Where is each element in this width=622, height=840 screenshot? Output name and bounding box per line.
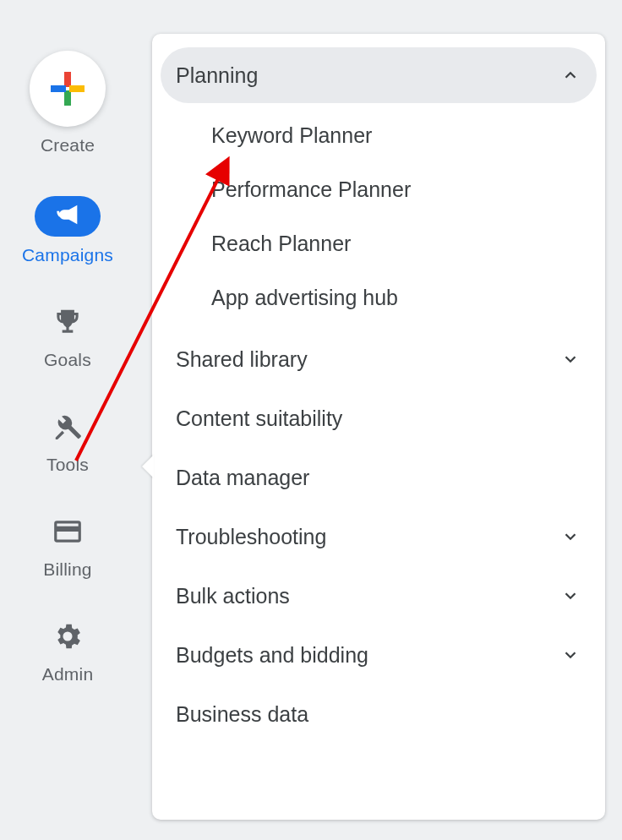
plus-icon [51, 72, 85, 106]
menu-item-label: Performance Planner [211, 177, 411, 202]
menu-group-planning[interactable]: Planning [161, 47, 597, 103]
sidebar-item-tools[interactable]: Tools [8, 411, 127, 475]
left-sidebar: Create Campaigns Goals Tools [0, 0, 135, 840]
menu-item-budgets-and-bidding[interactable]: Budgets and bidding [161, 625, 597, 685]
sidebar-item-admin[interactable]: Admin [8, 620, 127, 685]
sidebar-item-campaigns[interactable]: Campaigns [8, 196, 127, 265]
menu-item-label: Data manager [176, 466, 309, 490]
tools-icon [52, 411, 84, 446]
menu-item-reach-planner[interactable]: Reach Planner [152, 216, 605, 270]
sidebar-item-create[interactable]: Create [8, 51, 127, 155]
sidebar-create-label: Create [41, 135, 95, 155]
menu-item-bulk-actions[interactable]: Bulk actions [161, 566, 597, 625]
chevron-down-icon [559, 526, 581, 548]
menu-item-label: Reach Planner [211, 232, 351, 256]
menu-item-business-data[interactable]: Business data [161, 685, 597, 744]
menu-item-shared-library[interactable]: Shared library [161, 330, 597, 389]
gear-icon [52, 620, 84, 656]
menu-item-label: App advertising hub [211, 286, 398, 310]
menu-item-label: Keyword Planner [211, 123, 372, 148]
menu-item-troubleshooting[interactable]: Troubleshooting [161, 507, 597, 566]
menu-item-label: Bulk actions [176, 584, 290, 608]
menu-item-label: Content suitability [176, 406, 342, 431]
menu-item-performance-planner[interactable]: Performance Planner [152, 162, 605, 216]
sidebar-campaigns-label: Campaigns [22, 245, 113, 265]
sidebar-item-billing[interactable]: Billing [8, 515, 127, 580]
tools-flyout-panel: Planning Keyword Planner Performance Pla… [152, 34, 605, 820]
campaigns-pill[interactable] [35, 196, 101, 237]
menu-group-planning-children: Keyword Planner Performance Planner Reac… [152, 108, 605, 330]
chevron-up-icon [559, 64, 581, 86]
sidebar-billing-label: Billing [43, 559, 91, 580]
menu-item-label: Business data [176, 702, 308, 727]
menu-item-label: Shared library [176, 347, 308, 372]
megaphone-icon [53, 200, 82, 232]
panel-notch [142, 455, 154, 478]
chevron-down-icon [559, 585, 581, 607]
create-button[interactable] [30, 51, 106, 127]
menu-group-planning-label: Planning [176, 63, 258, 88]
sidebar-item-goals[interactable]: Goals [8, 306, 127, 370]
menu-item-app-advertising-hub[interactable]: App advertising hub [152, 270, 605, 325]
card-icon [52, 515, 84, 551]
menu-item-label: Troubleshooting [176, 525, 326, 549]
menu-item-keyword-planner[interactable]: Keyword Planner [152, 108, 605, 162]
chevron-down-icon [559, 348, 581, 370]
menu-item-data-manager[interactable]: Data manager [161, 448, 597, 507]
sidebar-tools-label: Tools [46, 455, 89, 475]
menu-item-label: Budgets and bidding [176, 643, 368, 668]
chevron-down-icon [559, 644, 581, 666]
menu-item-content-suitability[interactable]: Content suitability [161, 389, 597, 448]
sidebar-admin-label: Admin [42, 664, 94, 685]
trophy-icon [52, 306, 84, 341]
sidebar-goals-label: Goals [44, 350, 91, 370]
